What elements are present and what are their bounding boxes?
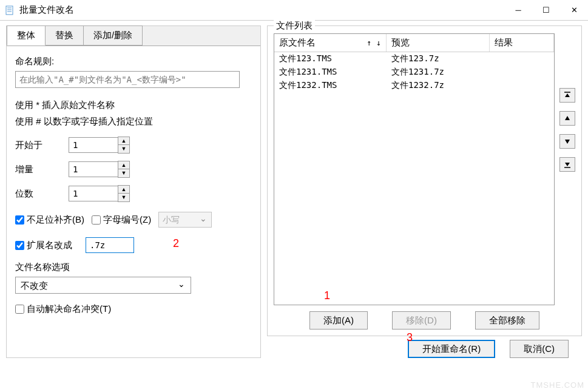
cell-res <box>490 52 554 66</box>
annotation-3: 3 <box>407 331 413 344</box>
svg-rect-0 <box>6 6 13 15</box>
start-spinner[interactable]: ▲▼ <box>118 137 130 154</box>
cancel-button[interactable]: 取消(C) <box>510 340 569 358</box>
cell-orig: 文件1231.TMS <box>274 66 387 79</box>
watermark: TMSHE.COM <box>531 380 584 390</box>
cell-orig: 文件1232.TMS <box>274 79 387 92</box>
move-top-button[interactable] <box>559 88 575 103</box>
svg-marker-6 <box>565 116 570 120</box>
tab-whole[interactable]: 整体 <box>7 25 46 46</box>
start-label: 开始于 <box>15 140 69 151</box>
ext-label: 扩展名改成 <box>27 240 72 251</box>
spinner-up-icon[interactable]: ▲ <box>118 137 129 145</box>
cell-res <box>490 79 554 92</box>
cell-orig: 文件123.TMS <box>274 52 387 66</box>
pad-checkbox[interactable]: 不足位补齐(B) <box>15 214 84 226</box>
digits-spinner[interactable]: ▲▼ <box>118 185 130 202</box>
move-down-button[interactable] <box>559 134 575 149</box>
annotation-1: 1 <box>324 289 330 302</box>
autofix-checkbox[interactable]: 自动解决命名冲突(T) <box>15 303 111 315</box>
hint-hash: 使用 # 以数字或字母插入指定位置 <box>15 113 252 129</box>
cell-prev: 文件1232.7z <box>387 79 490 92</box>
move-bottom-button[interactable] <box>559 157 575 172</box>
autofix-label: 自动解决命名冲突(T) <box>27 303 111 315</box>
svg-marker-7 <box>565 140 570 144</box>
svg-marker-5 <box>565 93 570 97</box>
sort-icons[interactable]: ↑ ↓ <box>367 38 381 47</box>
spinner-up-icon[interactable]: ▲ <box>118 186 129 194</box>
minimize-button[interactable]: ─ <box>504 1 532 20</box>
remove-all-button[interactable]: 全部移除 <box>475 311 539 329</box>
ext-checkbox-input[interactable] <box>15 241 24 250</box>
close-button[interactable]: ✕ <box>560 1 588 20</box>
move-up-button[interactable] <box>559 111 575 126</box>
col-original[interactable]: 原文件名 ↑ ↓ <box>274 34 387 52</box>
settings-panel: 整体 替换 添加/删除 命名规则: 使用 * 插入原始文件名称 使用 # 以数字… <box>6 25 261 358</box>
spinner-down-icon[interactable]: ▼ <box>118 145 129 153</box>
file-table[interactable]: 原文件名 ↑ ↓ 预览 结果 文件123.TMS文件123.7z文件1231.T… <box>274 33 555 305</box>
pad-checkbox-input[interactable] <box>15 215 24 225</box>
spinner-up-icon[interactable]: ▲ <box>118 161 129 169</box>
step-input[interactable] <box>69 161 118 177</box>
step-spinner[interactable]: ▲▼ <box>118 161 130 178</box>
table-row[interactable]: 文件1231.TMS文件1231.7z <box>274 66 554 79</box>
add-button[interactable]: 添加(A) <box>309 311 368 329</box>
maximize-button[interactable]: ☐ <box>532 1 560 20</box>
filename-opt-label: 文件名称选项 <box>15 262 252 273</box>
alpha-checkbox-input[interactable] <box>92 215 101 225</box>
alpha-checkbox[interactable]: 字母编号(Z) <box>92 214 151 226</box>
rule-label: 命名规则: <box>15 56 252 67</box>
start-rename-button[interactable]: 开始重命名(R) <box>408 340 495 358</box>
filelist-legend: 文件列表 <box>274 20 315 32</box>
annotation-2: 2 <box>173 237 179 250</box>
cell-res <box>490 66 554 79</box>
app-icon <box>5 5 15 15</box>
filelist-panel: 文件列表 原文件名 ↑ ↓ 预览 结果 文件123.TMS文件123.7z文件1… <box>267 25 582 336</box>
ext-input[interactable] <box>86 237 134 253</box>
digits-input[interactable] <box>69 186 118 201</box>
start-input[interactable] <box>69 137 118 153</box>
remove-button[interactable]: 移除(D) <box>392 311 451 329</box>
spinner-down-icon[interactable]: ▼ <box>118 169 129 177</box>
table-row[interactable]: 文件123.TMS文件123.7z <box>274 52 554 66</box>
tab-replace[interactable]: 替换 <box>45 25 84 46</box>
hint-star: 使用 * 插入原始文件名称 <box>15 96 252 113</box>
col-preview[interactable]: 预览 <box>387 34 490 52</box>
window-title: 批量文件改名 <box>19 4 504 16</box>
case-select: 小写 <box>158 212 212 228</box>
table-row[interactable]: 文件1232.TMS文件1232.7z <box>274 79 554 92</box>
rule-input[interactable] <box>15 71 240 88</box>
alpha-label: 字母编号(Z) <box>103 214 151 226</box>
ext-checkbox[interactable]: 扩展名改成 <box>15 240 72 251</box>
cell-prev: 文件123.7z <box>387 52 490 66</box>
svg-marker-8 <box>565 163 570 166</box>
filename-opt-select[interactable]: 不改变 <box>15 277 191 294</box>
digits-label: 位数 <box>15 188 69 200</box>
pad-label: 不足位补齐(B) <box>27 214 84 226</box>
cell-prev: 文件1231.7z <box>387 66 490 79</box>
spinner-down-icon[interactable]: ▼ <box>118 194 129 201</box>
autofix-checkbox-input[interactable] <box>15 305 24 314</box>
col-result[interactable]: 结果 <box>490 34 554 52</box>
step-label: 增量 <box>15 164 69 175</box>
tab-add-delete[interactable]: 添加/删除 <box>83 25 143 46</box>
titlebar: 批量文件改名 ─ ☐ ✕ <box>0 0 588 21</box>
